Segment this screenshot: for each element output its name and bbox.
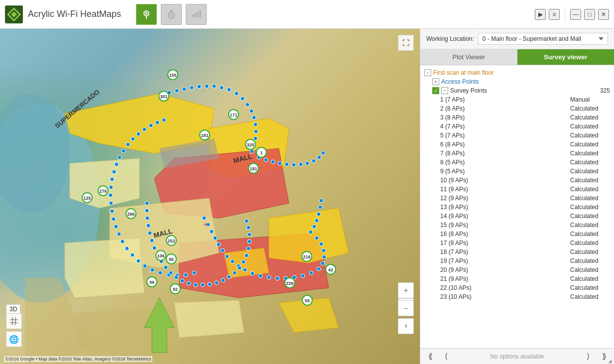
fullscreen-button[interactable]: ⛶	[398, 35, 414, 51]
zoom-in-button[interactable]: +	[398, 282, 414, 298]
zoom-out-button[interactable]: −	[398, 300, 414, 316]
minimize-button[interactable]: —	[570, 9, 581, 20]
svg-point-89	[150, 268, 154, 272]
svg-point-112	[155, 121, 159, 124]
survey-row-data-21: 22 (10 APs) Calculated	[440, 284, 610, 291]
svg-point-96	[114, 225, 118, 229]
survey-row-name-10: 11 (9 APs)	[440, 186, 570, 193]
tree-row[interactable]: 7 (8 APs) Calculated	[420, 149, 614, 158]
svg-text:216: 216	[303, 254, 310, 259]
tree-access-points-item[interactable]: + Access Points	[420, 77, 614, 86]
tree-row[interactable]: 1 (7 APs) Manual	[420, 95, 614, 104]
medal-tool-button[interactable]	[161, 4, 182, 25]
menu-button[interactable]: ≡	[549, 9, 560, 20]
svg-point-119	[150, 239, 154, 243]
tree-row[interactable]: 16 (8 APs) Calculated	[420, 230, 614, 239]
survey-row-data-8: 9 (5 APs) Calculated	[440, 168, 610, 175]
play-button[interactable]: ▶	[535, 9, 546, 20]
direction-arrow	[144, 298, 174, 353]
survey-row-type-8: Calculated	[570, 168, 610, 175]
pin-106: 106	[156, 250, 166, 260]
survey-row-type-13: Calculated	[570, 213, 610, 220]
nav-first-button[interactable]: ⟪	[423, 350, 437, 364]
nav-prev-button[interactable]: ⟨	[439, 350, 453, 364]
svg-point-71	[267, 275, 271, 279]
svg-point-124	[169, 271, 173, 275]
tree-row[interactable]: 3 (8 APs) Calculated	[420, 113, 614, 122]
survey-points-label: Survey Points	[450, 87, 487, 94]
tree-row[interactable]: 2 (8 APs) Calculated	[420, 104, 614, 113]
scroll-top-button[interactable]: ⇑	[398, 318, 414, 334]
map-area[interactable]: 155 301 171 181 325	[0, 29, 420, 364]
tree-row[interactable]: 18 (7 APs) Calculated	[420, 247, 614, 256]
svg-point-88	[158, 271, 162, 275]
svg-point-48	[292, 163, 296, 167]
nav-next-button[interactable]: ⟩	[581, 350, 595, 364]
collapse-scan-icon[interactable]: −	[424, 69, 431, 76]
globe-button[interactable]: 🌐	[6, 331, 22, 347]
maximize-button[interactable]: □	[584, 9, 595, 20]
pin-276: 276	[98, 186, 108, 196]
svg-text:92: 92	[173, 287, 178, 292]
svg-point-128	[194, 283, 198, 287]
tree-row[interactable]: 12 (9 APs) Calculated	[420, 194, 614, 203]
tree-row[interactable]: 21 (9 APs) Calculated	[420, 274, 614, 283]
tree-survey-points-item[interactable]: ✓ − Survey Points 325	[420, 86, 614, 95]
svg-point-47	[285, 162, 289, 166]
svg-point-60	[315, 236, 319, 240]
tree-row[interactable]: 20 (9 APs) Calculated	[420, 265, 614, 274]
svg-point-135	[238, 266, 242, 270]
resize-handle[interactable]: ◢	[608, 358, 614, 364]
survey-row-data-9: 10 (9 APs) Calculated	[440, 177, 610, 184]
collapse-sp-icon[interactable]: −	[441, 87, 448, 94]
tree-row[interactable]: 17 (8 APs) Calculated	[420, 239, 614, 247]
tab-survey-viewer[interactable]: Survey viewer	[517, 49, 614, 65]
survey-row-type-1: Calculated	[570, 105, 610, 112]
tree-row[interactable]: 11 (9 APs) Calculated	[420, 185, 614, 194]
survey-row-data-20: 21 (9 APs) Calculated	[440, 275, 610, 282]
map-svg: 155 301 171 181 325	[0, 29, 420, 364]
tree-row[interactable]: 23 (10 APs) Calculated	[420, 292, 614, 301]
svg-point-33	[235, 92, 239, 96]
tree-row[interactable]: 19 (7 APs) Calculated	[420, 256, 614, 265]
location-tool-button[interactable]	[136, 4, 157, 25]
signal-tool-button[interactable]	[186, 4, 207, 25]
svg-point-115	[145, 209, 149, 213]
svg-point-32	[227, 88, 231, 92]
tree-row[interactable]: 4 (7 APs) Calculated	[420, 122, 614, 131]
survey-row-type-6: Calculated	[570, 150, 610, 157]
close-button[interactable]: ✕	[598, 9, 609, 20]
svg-point-72	[258, 274, 262, 278]
tree-row[interactable]: 9 (5 APs) Calculated	[420, 167, 614, 176]
pin-181-top: 181	[200, 130, 210, 140]
svg-point-92	[130, 253, 134, 257]
working-location-select[interactable]: 0 - Main floor - Supermarket and Mall	[478, 33, 608, 45]
survey-row-type-0: Manual	[570, 96, 610, 103]
grid-button[interactable]	[6, 313, 22, 329]
survey-row-data-7: 8 (5 APs) Calculated	[440, 159, 610, 166]
tree-row[interactable]: 5 (7 APs) Calculated	[420, 131, 614, 140]
survey-row-name-12: 13 (9 APs)	[440, 204, 570, 211]
survey-row-type-9: Calculated	[570, 177, 610, 184]
tree-row[interactable]: 13 (9 APs) Calculated	[420, 203, 614, 212]
expand-ap-icon[interactable]: +	[432, 78, 439, 85]
tree-row[interactable]: 22 (10 APs) Calculated	[420, 283, 614, 292]
survey-row-data-15: 16 (8 APs) Calculated	[440, 231, 610, 238]
svg-point-114	[145, 201, 149, 205]
survey-checkbox[interactable]: ✓	[432, 87, 439, 94]
svg-point-76	[231, 259, 235, 263]
3d-button[interactable]: 3D	[6, 304, 20, 314]
tree-row[interactable]: 14 (9 APs) Calculated	[420, 212, 614, 221]
svg-point-137	[245, 253, 248, 257]
svg-point-78	[221, 248, 225, 252]
svg-point-94	[121, 240, 124, 243]
tree-row[interactable]: 15 (9 APs) Calculated	[420, 221, 614, 230]
tree-row[interactable]: 10 (9 APs) Calculated	[420, 176, 614, 185]
tree-scan-item[interactable]: − First scan at main floor	[420, 68, 614, 77]
tab-plot-viewer[interactable]: Plot Viewer	[420, 49, 517, 65]
survey-row-type-16: Calculated	[570, 240, 610, 246]
svg-point-45	[271, 160, 275, 164]
tree-row[interactable]: 6 (8 APs) Calculated	[420, 140, 614, 149]
tree-row[interactable]: 8 (5 APs) Calculated	[420, 158, 614, 167]
svg-point-107	[126, 142, 130, 146]
